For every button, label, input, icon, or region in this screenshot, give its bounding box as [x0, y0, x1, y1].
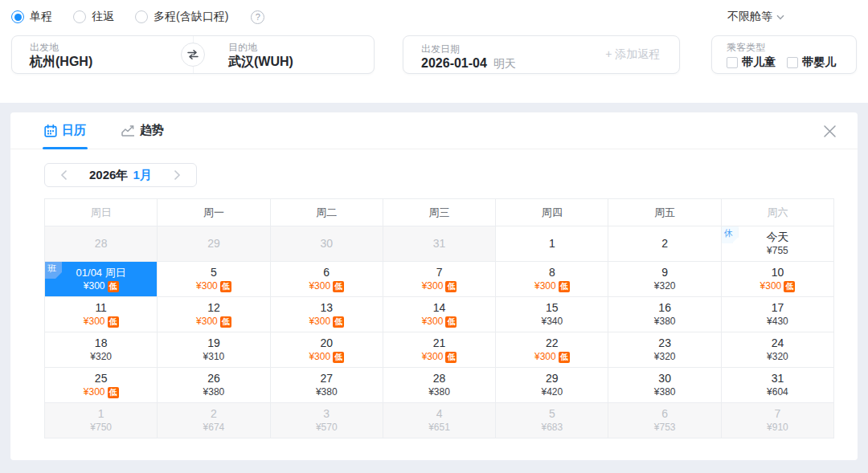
- cell-date: 6: [608, 407, 720, 421]
- checkbox-icon: [787, 57, 798, 68]
- trend-icon: [121, 124, 135, 137]
- calendar-cell[interactable]: 13¥300低: [270, 297, 383, 332]
- calendar-cell: 3¥570: [270, 403, 383, 438]
- low-price-badge: 低: [784, 281, 795, 292]
- calendar-cell[interactable]: 6¥300低: [270, 262, 383, 297]
- calendar-cell[interactable]: 1: [496, 226, 608, 262]
- calendar-cell: 2¥674: [158, 403, 270, 438]
- passenger-option-1[interactable]: 带儿童: [727, 55, 776, 70]
- price-text: ¥300: [84, 386, 105, 398]
- cell-price: ¥320: [45, 351, 157, 363]
- cell-date: 28: [45, 237, 157, 251]
- calendar-cell[interactable]: 11¥300低: [45, 297, 158, 332]
- destination-field[interactable]: 目的地 武汉(WUH): [193, 36, 374, 73]
- trip-type-label: 多程(含缺口程): [154, 10, 228, 24]
- calendar-cell[interactable]: 18¥320: [45, 332, 158, 368]
- cell-price: ¥320: [608, 280, 720, 292]
- calendar-cell[interactable]: 5¥300低: [158, 262, 270, 297]
- calendar-cell[interactable]: 12¥300低: [158, 297, 270, 332]
- departure-date-field[interactable]: 出发日期 2026-01-04 明天: [403, 38, 516, 71]
- chevron-down-icon: [776, 14, 784, 20]
- calendar-cell[interactable]: 19¥310: [158, 332, 270, 368]
- price-text: ¥570: [316, 422, 338, 434]
- calendar-cell[interactable]: 休今天¥755: [721, 226, 833, 262]
- tab-trend[interactable]: 趋势: [121, 112, 164, 149]
- calendar-cell[interactable]: 23¥320: [608, 332, 721, 368]
- prev-month-icon[interactable]: [55, 167, 72, 183]
- calendar-cell[interactable]: 16¥380: [608, 297, 721, 332]
- cell-price: ¥380: [608, 316, 720, 328]
- departure-field[interactable]: 出发地 杭州(HGH): [12, 36, 193, 73]
- trip-type-label: 往返: [92, 10, 114, 24]
- next-month-icon[interactable]: [170, 167, 186, 183]
- calendar-cell[interactable]: 9¥320: [608, 262, 721, 297]
- cell-date: 1: [496, 237, 608, 251]
- trip-type-option-3[interactable]: 多程(含缺口程): [135, 10, 228, 24]
- calendar-cell[interactable]: 21¥300低: [383, 332, 495, 368]
- low-price-badge: 低: [220, 316, 231, 328]
- calendar-cell: 1¥750: [45, 403, 158, 438]
- cell-date: 14: [383, 301, 495, 315]
- calendar-cell[interactable]: 17¥430: [721, 297, 833, 332]
- cell-price: ¥300低: [45, 386, 157, 398]
- swap-cities-icon[interactable]: [181, 43, 205, 67]
- price-text: ¥320: [654, 280, 676, 292]
- cell-price: ¥340: [496, 316, 608, 328]
- price-text: ¥300: [534, 351, 556, 363]
- calendar-week-row: 11¥300低12¥300低13¥300低14¥300低15¥34016¥380…: [45, 297, 834, 332]
- cell-price: ¥910: [722, 422, 833, 434]
- price-text: ¥380: [654, 316, 676, 328]
- cell-price: ¥300低: [158, 280, 269, 292]
- close-icon[interactable]: [821, 122, 838, 140]
- cell-date: 22: [496, 336, 608, 350]
- calendar-cell[interactable]: 2: [608, 226, 721, 262]
- weekday-header: 周二: [270, 199, 383, 226]
- low-price-badge: 低: [445, 316, 457, 328]
- cell-price: ¥300低: [496, 280, 608, 292]
- cell-price: ¥300低: [383, 280, 495, 292]
- calendar-cell[interactable]: 27¥380: [270, 368, 383, 403]
- calendar-cell[interactable]: 29¥420: [496, 368, 608, 403]
- low-price-badge: 低: [108, 281, 119, 292]
- calendar-cell[interactable]: 20¥300低: [270, 332, 383, 368]
- passenger-option-label: 带婴儿: [802, 55, 836, 70]
- month-label: 2026年1月: [89, 168, 152, 183]
- trip-type-option-2[interactable]: 往返: [73, 10, 114, 24]
- low-price-badge: 低: [559, 281, 570, 292]
- price-text: ¥320: [654, 351, 676, 363]
- calendar-cell[interactable]: 7¥300低: [383, 262, 495, 297]
- calendar-cell[interactable]: 14¥300低: [383, 297, 495, 332]
- search-header: 单程往返多程(含缺口程) ? 不限舱等 出发地 杭州(HGH) 目的地 武汉(W…: [0, 0, 868, 103]
- calendar-cell[interactable]: 24¥320: [721, 332, 833, 368]
- price-text: ¥300: [422, 316, 444, 328]
- calendar-cell[interactable]: 26¥380: [158, 368, 270, 403]
- price-text: ¥320: [90, 351, 112, 363]
- calendar-cell[interactable]: 28¥380: [383, 368, 495, 403]
- low-price-badge: 低: [108, 316, 119, 328]
- calendar-cell[interactable]: 22¥300低: [496, 332, 608, 368]
- calendar-cell[interactable]: 10¥300低: [721, 262, 833, 297]
- price-text: ¥310: [203, 351, 225, 363]
- cell-date: 26: [158, 372, 269, 385]
- add-return-button[interactable]: + 添加返程: [605, 47, 660, 62]
- calendar-cell: 28: [45, 226, 158, 262]
- help-icon[interactable]: ?: [251, 10, 264, 24]
- tab-calendar[interactable]: 日历: [44, 112, 86, 149]
- calendar-cell[interactable]: 8¥300低: [496, 262, 608, 297]
- calendar-cell[interactable]: 25¥300低: [45, 368, 158, 403]
- calendar-cell-selected[interactable]: 班01/04 周日¥300低: [45, 262, 158, 297]
- checkbox-icon: [727, 57, 738, 68]
- cabin-class-dropdown[interactable]: 不限舱等: [727, 10, 784, 24]
- trip-type-option-1[interactable]: 单程: [11, 10, 52, 24]
- trip-type-group: 单程往返多程(含缺口程): [11, 10, 249, 24]
- calendar-cell: 31: [383, 226, 495, 262]
- calendar-cell[interactable]: 15¥340: [496, 297, 608, 332]
- tab-label: 日历: [62, 123, 86, 138]
- calendar-cell[interactable]: 31¥604: [721, 368, 833, 403]
- year-text: 2026年: [89, 168, 128, 181]
- cabin-class-label: 不限舱等: [727, 10, 772, 24]
- passenger-option-2[interactable]: 带婴儿: [787, 55, 836, 70]
- calendar-cell[interactable]: 30¥380: [608, 368, 721, 403]
- cell-date: 18: [45, 336, 157, 350]
- trip-type-label: 单程: [30, 10, 52, 24]
